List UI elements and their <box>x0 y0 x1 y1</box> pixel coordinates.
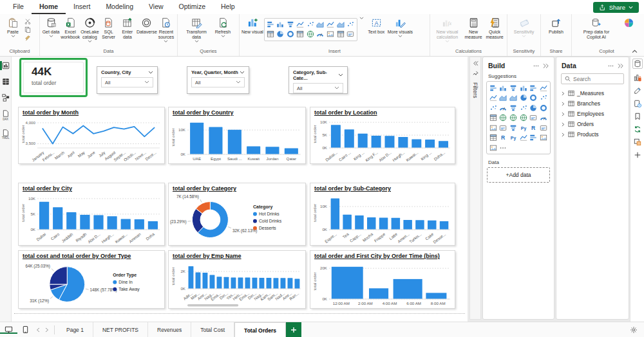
visual-type-icon[interactable] <box>540 94 548 102</box>
visual-type-icon[interactable] <box>327 20 335 28</box>
visual-type-icon[interactable] <box>306 20 314 28</box>
sync-slicers-pane-icon[interactable] <box>634 125 641 133</box>
slicer-category-subcategory[interactable]: Category, Sub-Cate... All <box>289 66 348 94</box>
new-measure-button[interactable]: New measure <box>463 17 484 40</box>
format-painter-icon[interactable] <box>24 35 31 41</box>
visual-type-icon[interactable] <box>489 84 497 92</box>
table-row[interactable]: Products <box>556 129 629 140</box>
visual-type-icon[interactable] <box>540 84 548 92</box>
add-pane-icon[interactable] <box>634 151 641 159</box>
new-visual-calculation-button[interactable]: fx New visual calculation <box>432 17 462 43</box>
visual-type-icon[interactable] <box>509 114 518 122</box>
visual-type-icon[interactable] <box>346 30 355 39</box>
expand-chevron-icon[interactable] <box>562 122 565 127</box>
visual-type-icon[interactable] <box>286 20 294 28</box>
visual-type-icon[interactable] <box>489 104 497 112</box>
bookmarks-pane-icon[interactable] <box>634 113 641 120</box>
expand-chevron-icon[interactable] <box>562 132 565 137</box>
selection-pane-icon[interactable] <box>634 138 641 146</box>
visual-type-icon[interactable] <box>519 134 527 142</box>
visual-type-icon[interactable] <box>540 134 548 142</box>
menu-item[interactable]: Insert <box>66 0 98 14</box>
visual-type-icon[interactable] <box>519 94 527 102</box>
prep-data-for-ai-button[interactable]: Prep data for Copilot AI <box>576 17 616 40</box>
cut-icon[interactable] <box>24 18 31 24</box>
collapse-pane-icon[interactable] <box>618 63 623 69</box>
visual-type-icon[interactable] <box>519 114 527 122</box>
pin-icon[interactable] <box>473 71 478 77</box>
kpi-card-total-order[interactable]: 44K total order <box>23 62 84 93</box>
expand-filters-icon[interactable] <box>473 60 478 66</box>
visual-type-icon[interactable]: R <box>499 134 507 142</box>
visual-total-order-by-category[interactable]: total order by Category32K (62.13%)12K (… <box>168 183 306 246</box>
visual-type-icon[interactable] <box>529 114 538 122</box>
more-options-icon[interactable] <box>533 63 539 69</box>
expand-chevron-icon[interactable] <box>562 112 565 116</box>
transform-data-button[interactable]: Transform data <box>182 17 211 43</box>
model-view-button[interactable] <box>0 94 11 102</box>
more-options-icon[interactable] <box>608 63 614 69</box>
search-input[interactable] <box>573 76 618 82</box>
data-pane-icon[interactable] <box>632 59 643 69</box>
visual-type-icon[interactable] <box>296 20 305 28</box>
visual-type-icon[interactable] <box>276 30 285 39</box>
selected-visual-frame[interactable]: 44K total order <box>19 58 88 97</box>
page-tab[interactable]: Total Orders <box>234 322 286 337</box>
collapse-pane-icon[interactable] <box>543 63 549 69</box>
slicer-dropdown[interactable]: All <box>293 83 343 93</box>
visual-type-icon[interactable] <box>499 114 507 122</box>
visual-total-order-by-subcategory[interactable]: total order by Sub-Category0K10Ktotal or… <box>310 183 455 246</box>
filters-pane-title[interactable]: Filters <box>472 82 478 98</box>
settings-gear-icon[interactable] <box>623 326 644 334</box>
visual-total-order-by-city[interactable]: total order by City0K5K10Ktotal orderDub… <box>18 183 165 246</box>
visual-type-icon[interactable] <box>499 143 507 152</box>
visual-type-icon[interactable] <box>540 104 548 112</box>
expand-chevron-icon[interactable] <box>562 102 565 106</box>
visual-type-icon[interactable] <box>519 104 527 112</box>
page-tab[interactable]: NET PROFITS <box>93 322 148 337</box>
visual-type-icon[interactable] <box>316 30 325 39</box>
slicer-country-city[interactable]: Country, City All <box>97 66 158 94</box>
slicer-dropdown[interactable]: All <box>101 77 153 87</box>
sql-server-button[interactable]: SQL Server <box>100 17 118 40</box>
add-data-button[interactable]: +Add data <box>487 167 550 183</box>
get-data-button[interactable]: Get data <box>42 17 60 38</box>
text-box-button[interactable]: A Text box <box>366 17 386 35</box>
menu-item[interactable]: Help <box>213 0 243 14</box>
visual-type-icon[interactable] <box>529 94 538 102</box>
visual-type-icon[interactable] <box>519 84 527 92</box>
table-view-button[interactable] <box>0 78 11 86</box>
menu-item[interactable]: Modeling <box>98 0 141 14</box>
format-visual-pane-icon[interactable] <box>634 87 641 95</box>
visual-type-icon[interactable]: Py <box>519 123 527 132</box>
table-row[interactable]: Orders <box>556 119 629 129</box>
visual-type-icon[interactable] <box>286 30 294 39</box>
visual-total-order-by-emp-name[interactable]: total order by Emp Name0K2Ktotal orderAd… <box>168 250 306 309</box>
visual-type-icon[interactable] <box>540 123 548 132</box>
table-row[interactable]: Employees <box>556 109 629 119</box>
visual-type-icon[interactable] <box>529 104 538 112</box>
visual-type-icon[interactable] <box>489 134 497 142</box>
new-visual-button[interactable]: New visual <box>242 17 263 35</box>
visual-total-order-by-location[interactable]: total order by Location0K5K10Ktotal orde… <box>310 107 455 164</box>
mobile-layout-button[interactable] <box>17 325 33 334</box>
menu-item[interactable]: Optimize <box>171 0 213 14</box>
visual-total-order-by-country[interactable]: total order by Country0K10Ktotal orderUA… <box>168 107 306 164</box>
tmdl-view-button[interactable]: TMDL <box>0 129 11 140</box>
more-visuals-button[interactable]: More visuals <box>387 17 413 38</box>
excel-workbook-button[interactable]: Excel workbook <box>61 17 80 40</box>
menu-item[interactable]: File <box>5 0 32 14</box>
visual-type-icon[interactable]: R <box>529 123 538 132</box>
visual-type-icon[interactable] <box>266 20 274 28</box>
page-tab[interactable]: Revenues <box>148 322 191 337</box>
visual-type-icon[interactable] <box>489 123 497 132</box>
visual-type-icon[interactable] <box>346 20 355 28</box>
visual-type-icon[interactable] <box>489 143 497 152</box>
recent-sources-button[interactable]: Recent sources <box>157 17 175 43</box>
table-row[interactable]: Branches <box>556 98 629 109</box>
search-field[interactable] <box>561 73 624 84</box>
copilot-button[interactable] <box>620 17 637 29</box>
chevron-down-icon[interactable] <box>148 71 153 75</box>
visual-type-icon[interactable] <box>336 30 345 39</box>
report-canvas[interactable]: 44K total order Country, City All Year, … <box>12 57 468 322</box>
